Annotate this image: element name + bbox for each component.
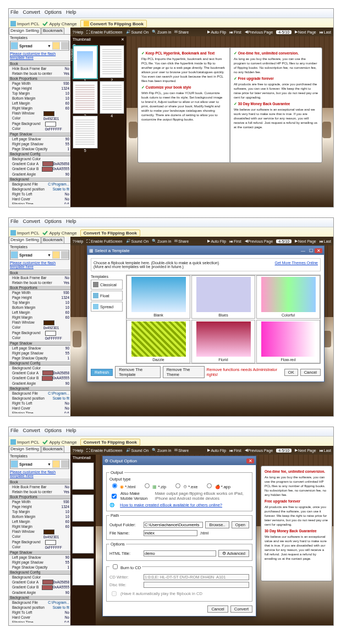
template-thumb-icon [10, 42, 18, 50]
output-type-app[interactable]: 🍎 *.app [204, 482, 230, 489]
templates-label: Templates [10, 36, 69, 40]
swatch-page-bg[interactable] [45, 122, 56, 127]
book-page-left: ✓ Keep PCL Hyperlink, Bookmark and Text … [138, 47, 230, 163]
app-window-2: FileConvertOptionsHelp Import PCL Apply … [8, 217, 334, 417]
group-book[interactable]: Book [9, 61, 70, 66]
output-type-html[interactable]: ◉ *.html [109, 482, 135, 489]
page-flip-left[interactable] [129, 122, 138, 138]
remove-template-button[interactable]: Remove The Template [115, 366, 160, 378]
group-page-shadow[interactable]: Page Shadow [9, 132, 70, 137]
output-fieldset: Output Output type ◉ *.html ▦ *.zip ⚙ *.… [106, 470, 252, 511]
last-page-button[interactable]: ⏭ Last [320, 30, 331, 34]
thumbnail-close-icon[interactable]: ✕ [121, 37, 124, 42]
left-tabs: Design Setting Bookmark [9, 28, 70, 35]
thumbnail-4[interactable]: 4 [100, 81, 125, 114]
auto-flip-button[interactable]: ▶ Auto Flip [207, 30, 226, 34]
thumbnail-1[interactable]: 1 [73, 45, 98, 79]
maximize-icon[interactable]: ☐ [307, 248, 315, 253]
thumbnail-2[interactable]: 2 [100, 45, 125, 78]
info-icon: 🌐 [109, 503, 114, 507]
file-name-input[interactable] [144, 530, 197, 536]
thumbnail-3[interactable]: 3 [73, 81, 98, 114]
open-book[interactable]: ✓ Keep PCL Hyperlink, Bookmark and Text … [138, 47, 322, 163]
online-help-link[interactable]: How to make created eBook available for … [120, 503, 222, 507]
prev-page-button[interactable]: ◀ Previous Page [245, 30, 273, 34]
burn-cd-checkbox[interactable] [113, 564, 118, 569]
convert-button[interactable]: Convert [230, 605, 252, 613]
advanced-button[interactable]: ⚙ Advanced [218, 550, 249, 557]
refresh-button[interactable]: Refresh [91, 369, 113, 376]
thumbnail-panel: Thumbnail✕ 🔍Search 1 2 3 4 5 [70, 36, 127, 207]
minimize-icon[interactable]: — [299, 248, 307, 253]
close-icon[interactable]: ✕ [246, 459, 254, 463]
svg-rect-1 [84, 21, 89, 26]
apply-change-button[interactable]: Apply Change [42, 21, 76, 26]
options-fieldset: Options HTML Title:⚙ Advanced [106, 542, 252, 561]
disc-title-input [144, 582, 249, 588]
svg-rect-0 [10, 21, 16, 26]
template-name: Spread [19, 44, 32, 48]
cancel-button[interactable]: Cancel [207, 605, 228, 613]
tab-design-setting[interactable]: Design Setting [9, 28, 41, 34]
output-folder-input[interactable] [144, 522, 203, 528]
import-pcl-button[interactable]: Import PCL [10, 21, 39, 26]
app-window-1: File Convert Options Help Import PCL App… [8, 8, 334, 208]
menu-options[interactable]: Options [45, 9, 62, 17]
menu-convert[interactable]: Convert [23, 9, 41, 17]
template-blank[interactable]: Blank [127, 275, 190, 319]
template-save-icon[interactable] [61, 42, 69, 50]
browse-button[interactable]: Browse.. [205, 521, 229, 528]
select-template-dialog: ▦ Select a Template —☐✕ Choose a flipboo… [87, 245, 324, 382]
template-colorful[interactable]: Colorful [256, 275, 320, 319]
template-flow-red[interactable]: Flow-red [256, 320, 320, 363]
template-folder-icon[interactable] [52, 42, 60, 50]
group-book-proportions[interactable]: Book Proportions [9, 76, 70, 81]
sound-button[interactable]: 🔊 Sound On [126, 30, 149, 34]
group-background[interactable]: Background [9, 177, 70, 182]
template-cat-spread[interactable]: Spread [91, 302, 123, 312]
first-page-button[interactable]: ⏮ First [229, 30, 241, 34]
more-themes-link[interactable]: Get More Themes Online [275, 261, 318, 269]
template-selector[interactable]: Spread ▼ [10, 41, 69, 51]
swatch-grad-a[interactable] [42, 161, 53, 166]
convert-to-flipping-book-button[interactable]: Convert To Flipping Book [80, 20, 147, 28]
also-mobile-checkbox[interactable] [112, 494, 117, 499]
template-florid[interactable]: Florid [191, 320, 255, 363]
next-page-button[interactable]: ▶ Next Page [295, 30, 316, 34]
swatch-flash-window[interactable] [43, 111, 54, 116]
property-grid[interactable]: Book Hide Book Frame BarNo Retain the bo… [9, 61, 70, 204]
html-title-input[interactable] [144, 550, 216, 556]
remove-theme-button[interactable]: Remove The Theme [163, 366, 205, 378]
dialog-titlebar[interactable]: ▦ Select a Template —☐✕ [87, 246, 324, 255]
apply-change-button[interactable]: Apply Change [42, 230, 76, 236]
app-window-3: FileConvertOptionsHelp Import PCL Apply … [8, 427, 334, 626]
share-button[interactable]: ✉ Share [174, 30, 189, 34]
template-hint: Choose a flipbook template here. (Double… [91, 258, 321, 271]
convert-to-flipping-book-button[interactable]: Convert To Flipping Book [80, 230, 140, 237]
thumbnail-5[interactable]: 5 [73, 116, 98, 149]
swatch-grad-b[interactable] [42, 167, 53, 172]
close-icon[interactable]: ✕ [315, 248, 322, 253]
group-background-config[interactable]: Background Config [9, 151, 70, 156]
import-pcl-button[interactable]: Import PCL [10, 230, 39, 236]
menu-file[interactable]: File [10, 9, 19, 17]
template-cat-classical[interactable]: Classical [91, 280, 123, 290]
output-type-zip[interactable]: ▦ *.zip [142, 482, 166, 489]
ok-button[interactable]: OK [284, 369, 298, 376]
help-button[interactable]: ? Help [73, 30, 83, 34]
page-indicator[interactable]: 4-5/10 [276, 30, 292, 34]
fullscreen-button[interactable]: ⛶ Enable FullScreen [86, 30, 122, 34]
menu-help[interactable]: Help [66, 9, 76, 17]
template-dazzle[interactable]: Dazzle [127, 320, 190, 363]
customize-template-link[interactable]: Please customize the flash template here [10, 52, 69, 59]
cancel-button[interactable]: Cancel [300, 369, 321, 376]
zoom-in-button[interactable]: 🔍 Zoom in [152, 30, 171, 34]
open-button[interactable]: Open [232, 521, 249, 528]
template-cat-float[interactable]: Float [91, 291, 123, 301]
dialog-titlebar[interactable]: ⚙ Output Option ✕ [103, 456, 256, 465]
tab-bookmark[interactable]: Bookmark [41, 28, 64, 34]
output-type-exe[interactable]: ⚙ *.exe [173, 482, 197, 489]
template-blues[interactable]: Blues [191, 275, 255, 319]
book-stage: ✓ Keep PCL Hyperlink, Bookmark and Text … [127, 36, 333, 207]
page-flip-right[interactable] [322, 122, 331, 138]
